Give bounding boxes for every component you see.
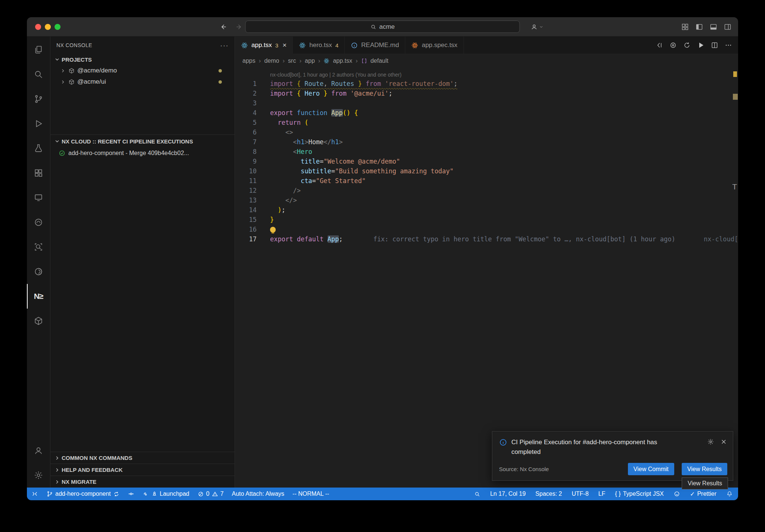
- code-line[interactable]: }: [270, 215, 738, 225]
- more-actions-icon[interactable]: [725, 41, 732, 49]
- line-number[interactable]: 17: [235, 234, 270, 244]
- vim-mode-status[interactable]: -- NORMAL --: [292, 491, 329, 497]
- auto-attach-status[interactable]: Auto Attach: Always: [232, 491, 285, 497]
- activity-explorer[interactable]: [27, 37, 50, 62]
- activity-remote-explorer[interactable]: [27, 185, 50, 210]
- goto-symbol-icon[interactable]: [669, 41, 677, 49]
- rerun-icon[interactable]: [683, 41, 691, 49]
- line-number[interactable]: 5: [235, 118, 270, 127]
- lightbulb-icon[interactable]: [270, 227, 276, 232]
- git-commit-status[interactable]: [128, 491, 134, 497]
- tab-readme-md[interactable]: README.md: [345, 37, 405, 54]
- formatter-status[interactable]: ✓Prettier: [690, 491, 716, 498]
- close-window-button[interactable]: [35, 24, 41, 30]
- code-line[interactable]: [270, 98, 738, 108]
- problems-status[interactable]: 0 7: [198, 491, 224, 497]
- line-number[interactable]: 9: [235, 157, 270, 166]
- activity-testing[interactable]: [27, 136, 50, 161]
- indentation-status[interactable]: Spaces: 2: [535, 491, 562, 497]
- tab-hero-tsx[interactable]: hero.tsx 4: [293, 37, 345, 54]
- toggle-sidebar-right-icon[interactable]: [724, 23, 731, 31]
- view-results-button[interactable]: View Results: [682, 463, 727, 475]
- code-line[interactable]: import { Route, Routes } from 'react-rou…: [270, 79, 738, 89]
- line-number[interactable]: 16: [235, 225, 270, 234]
- gear-icon[interactable]: [707, 438, 714, 445]
- line-number[interactable]: 11: [235, 176, 270, 186]
- code-editor[interactable]: nx-cloud[bot], 1 hour ago | 2 authors (Y…: [235, 68, 738, 488]
- zoom-window-button[interactable]: [55, 24, 61, 30]
- encoding-status[interactable]: UTF-8: [572, 491, 589, 497]
- back-icon[interactable]: [220, 23, 227, 31]
- split-editor-icon[interactable]: [711, 41, 718, 49]
- view-commit-button[interactable]: View Commit: [628, 463, 674, 475]
- code-line[interactable]: [270, 225, 738, 234]
- code-line[interactable]: <>: [270, 127, 738, 137]
- section-nx-cloud[interactable]: NX CLOUD :: RECENT CI PIPELINE EXECUTION…: [50, 134, 235, 148]
- activity-code-scan[interactable]: [27, 235, 50, 259]
- section-common-nx-commands[interactable]: COMMON NX COMMANDS: [50, 452, 235, 464]
- breadcrumb-item[interactable]: default: [371, 58, 388, 64]
- more-actions-icon[interactable]: ···: [220, 41, 229, 50]
- notifications-status[interactable]: [726, 491, 733, 497]
- code-line[interactable]: <h1>Home</h1>: [270, 137, 738, 147]
- activity-extensions[interactable]: [27, 161, 50, 185]
- git-branch-status[interactable]: add-hero-component: [46, 491, 120, 497]
- launchpad-status[interactable]: Launchpad: [143, 491, 189, 497]
- section-nx-migrate[interactable]: NX MIGRATE: [50, 476, 235, 488]
- code-line[interactable]: );: [270, 205, 738, 215]
- activity-nx-cloud[interactable]: [27, 210, 50, 235]
- activity-run-debug[interactable]: [27, 111, 50, 136]
- code-line[interactable]: subtitle="Build something amazing today": [270, 166, 738, 176]
- activity-swirl-extension[interactable]: [27, 259, 50, 284]
- customize-layout-icon[interactable]: [681, 23, 689, 31]
- toggle-panel-icon[interactable]: [710, 23, 717, 31]
- pipeline-row[interactable]: add-hero-component - Merge 409b4e4cb02..…: [50, 148, 235, 159]
- tab-app-spec-tsx[interactable]: app.spec.tsx: [405, 37, 464, 54]
- breadcrumb-item[interactable]: apps: [242, 58, 255, 64]
- code-line[interactable]: cta="Get Started": [270, 176, 738, 186]
- code-line[interactable]: export function App() {: [270, 108, 738, 118]
- line-number[interactable]: 14: [235, 205, 270, 215]
- line-number[interactable]: 8: [235, 147, 270, 157]
- code-line[interactable]: title="Welcome @acme/demo": [270, 157, 738, 166]
- line-number[interactable]: 15: [235, 215, 270, 225]
- minimize-window-button[interactable]: [45, 24, 51, 30]
- code-line[interactable]: </>: [270, 195, 738, 205]
- close-icon[interactable]: [720, 438, 727, 445]
- breadcrumb-item[interactable]: app: [305, 58, 315, 64]
- project-row-acme-demo[interactable]: @acme/demo: [50, 65, 235, 76]
- line-number[interactable]: 13: [235, 195, 270, 205]
- activity-search[interactable]: [27, 62, 50, 87]
- project-row-acme-ui[interactable]: @acme/ui: [50, 76, 235, 87]
- eol-status[interactable]: LF: [598, 491, 606, 497]
- code-line[interactable]: />: [270, 186, 738, 195]
- line-number[interactable]: 10: [235, 166, 270, 176]
- activity-nx-console[interactable]: N≥: [27, 284, 50, 309]
- code-line[interactable]: export default App; fix: correct typo in…: [270, 234, 738, 244]
- activity-source-control[interactable]: [27, 87, 50, 111]
- tab-app-tsx[interactable]: app.tsx 3 ×: [235, 37, 293, 54]
- command-center-search[interactable]: acme: [245, 21, 520, 33]
- feedback-status[interactable]: [673, 491, 680, 497]
- line-number[interactable]: 12: [235, 186, 270, 195]
- section-help-feedback[interactable]: HELP AND FEEDBACK: [50, 464, 235, 476]
- code-line[interactable]: <Hero: [270, 147, 738, 157]
- line-number[interactable]: 7: [235, 137, 270, 147]
- remote-indicator[interactable]: [31, 491, 38, 497]
- activity-package-explorer[interactable]: [27, 309, 50, 333]
- open-changes-icon[interactable]: [656, 41, 663, 49]
- code-line[interactable]: import { Hero } from '@acme/ui';: [270, 89, 738, 98]
- language-mode-status[interactable]: { }TypeScript JSX: [615, 491, 664, 497]
- profile-menu[interactable]: [530, 23, 543, 31]
- breadcrumb-item[interactable]: src: [288, 58, 296, 64]
- line-number[interactable]: 1: [235, 79, 270, 89]
- line-number[interactable]: 3: [235, 98, 270, 108]
- overview-ruler[interactable]: T: [731, 68, 738, 488]
- activity-account[interactable]: [27, 438, 50, 463]
- breadcrumb-item[interactable]: demo: [264, 58, 279, 64]
- run-file-icon[interactable]: [697, 41, 704, 49]
- line-number[interactable]: 6: [235, 127, 270, 137]
- line-number[interactable]: 2: [235, 89, 270, 98]
- cursor-position-status[interactable]: Ln 17, Col 19: [490, 491, 526, 497]
- line-number[interactable]: 4: [235, 108, 270, 118]
